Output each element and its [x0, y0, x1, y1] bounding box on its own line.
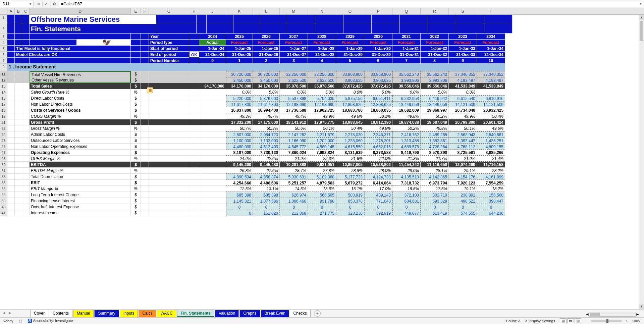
- cell[interactable]: [22, 34, 30, 40]
- cell[interactable]: [141, 101, 149, 107]
- value-cell[interactable]: 0: [226, 204, 253, 210]
- cell[interactable]: [141, 180, 149, 186]
- cell[interactable]: [400, 24, 428, 34]
- col-header-J[interactable]: J: [199, 8, 226, 14]
- value-cell[interactable]: 17.6%: [421, 186, 449, 192]
- value-cell[interactable]: 14,121,509: [449, 101, 477, 107]
- row-header[interactable]: 36: [0, 186, 7, 192]
- value-cell[interactable]: 50.1%: [308, 125, 336, 131]
- cell[interactable]: [22, 186, 30, 192]
- line-label[interactable]: Direct Labor Costs: [30, 95, 131, 101]
- value-cell[interactable]: 2,278,030: [336, 131, 364, 138]
- value-cell[interactable]: 7,920,123: [449, 180, 477, 186]
- cell[interactable]: [189, 204, 199, 210]
- cell[interactable]: [7, 150, 15, 156]
- value-cell[interactable]: 33,868,800: [364, 71, 392, 77]
- cell[interactable]: [207, 15, 233, 24]
- value-cell[interactable]: 4,124,738: [364, 174, 392, 180]
- cell[interactable]: [189, 125, 199, 131]
- value-cell[interactable]: 21.9%: [280, 156, 308, 162]
- value-cell[interactable]: 513,419: [421, 210, 449, 216]
- cell[interactable]: [149, 180, 189, 186]
- value-cell[interactable]: 11,617,800: [226, 101, 253, 107]
- value-cell[interactable]: 398,447: [477, 198, 505, 204]
- value-cell[interactable]: [199, 150, 226, 156]
- cell[interactable]: [372, 15, 400, 24]
- cell[interactable]: [15, 40, 22, 46]
- value-cell[interactable]: 50.2%: [421, 113, 449, 119]
- cell[interactable]: [22, 77, 30, 83]
- value-cell[interactable]: 26.8%: [226, 168, 253, 174]
- cell[interactable]: [22, 89, 30, 95]
- value-cell[interactable]: 15.1%: [336, 186, 364, 192]
- cell[interactable]: [141, 34, 149, 40]
- cell[interactable]: [141, 46, 149, 52]
- cell[interactable]: [7, 101, 15, 107]
- cell[interactable]: [15, 83, 22, 89]
- value-cell[interactable]: 21.6%: [336, 156, 364, 162]
- cell[interactable]: [15, 95, 22, 101]
- cell[interactable]: [287, 15, 315, 24]
- triangle-left-icon[interactable]: ◄: [585, 312, 589, 317]
- cell[interactable]: [456, 24, 484, 34]
- cell[interactable]: [141, 192, 149, 198]
- cell[interactable]: [7, 192, 15, 198]
- value-cell[interactable]: 2,346,371: [364, 131, 392, 138]
- value-cell[interactable]: 20,734,048: [449, 107, 477, 113]
- value-cell[interactable]: 32,256,000: [308, 71, 336, 77]
- line-label[interactable]: Other Vessel Revenues: [30, 77, 131, 83]
- cancel-formula-icon[interactable]: ✕: [35, 2, 43, 6]
- value-cell[interactable]: 4,768,112: [449, 144, 477, 150]
- zoom-out-icon[interactable]: −: [585, 319, 587, 323]
- cell[interactable]: [149, 71, 189, 77]
- value-cell[interactable]: 566,505: [308, 192, 336, 198]
- value-cell[interactable]: 28.8%: [336, 168, 364, 174]
- value-cell[interactable]: 302,710: [421, 192, 449, 198]
- sheet-tab-summary[interactable]: Summary: [94, 310, 119, 317]
- col-header-P[interactable]: P: [364, 8, 392, 14]
- value-cell[interactable]: 28.0%: [364, 168, 392, 174]
- triangle-right-icon[interactable]: ►: [636, 312, 640, 317]
- value-cell[interactable]: 49.6%: [336, 113, 364, 119]
- value-cell[interactable]: [199, 204, 226, 210]
- value-cell[interactable]: 2,563,943: [449, 131, 477, 138]
- cell[interactable]: [149, 83, 189, 89]
- value-cell[interactable]: 13.6%: [308, 186, 336, 192]
- value-cell[interactable]: 853,378: [336, 198, 364, 204]
- value-cell[interactable]: 50.1%: [364, 113, 392, 119]
- cell[interactable]: [141, 58, 149, 64]
- row-header[interactable]: 35: [0, 180, 7, 186]
- line-label[interactable]: Long Term Interest Charge: [30, 192, 131, 198]
- value-cell[interactable]: 9,145,200: [226, 162, 253, 168]
- value-cell[interactable]: 19,868,997: [421, 107, 449, 113]
- value-cell[interactable]: [199, 95, 226, 101]
- cell[interactable]: [189, 58, 199, 64]
- cell[interactable]: [156, 24, 197, 34]
- value-cell[interactable]: 11,716,158: [477, 162, 505, 168]
- cell[interactable]: [141, 113, 149, 119]
- cell[interactable]: [7, 138, 15, 144]
- value-cell[interactable]: 50.4%: [336, 125, 364, 131]
- value-cell[interactable]: 17,975,775: [308, 119, 336, 125]
- value-cell[interactable]: 20,932,425: [477, 107, 505, 113]
- cell[interactable]: [189, 46, 199, 52]
- accessibility-status[interactable]: ♿ Accessibility: Investigate: [28, 319, 73, 323]
- value-cell[interactable]: 12,198,690: [308, 101, 336, 107]
- cell[interactable]: [22, 162, 30, 168]
- value-cell[interactable]: 0: [336, 204, 364, 210]
- cell[interactable]: [484, 15, 513, 24]
- value-cell[interactable]: 29.0%: [392, 168, 421, 174]
- value-cell[interactable]: 17,902,725: [308, 107, 336, 113]
- value-cell[interactable]: 34,170,000: [253, 83, 280, 89]
- value-cell[interactable]: [199, 162, 226, 168]
- cell[interactable]: [149, 156, 189, 162]
- col-header-H[interactable]: H: [189, 8, 199, 14]
- cell[interactable]: [7, 113, 15, 119]
- value-cell[interactable]: 5,537,898: [280, 95, 308, 101]
- value-cell[interactable]: 6,051,411: [364, 95, 392, 101]
- cell[interactable]: [15, 71, 22, 77]
- zoom-slider[interactable]: [591, 320, 622, 322]
- cell[interactable]: [189, 131, 199, 138]
- value-cell[interactable]: 34,170,000: [226, 83, 253, 89]
- value-cell[interactable]: 3,803,625: [364, 77, 392, 83]
